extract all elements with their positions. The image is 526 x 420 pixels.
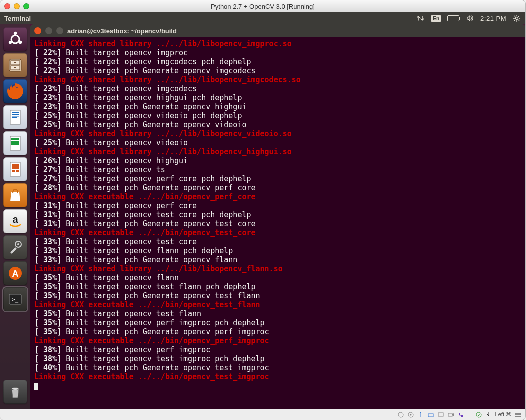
svg-rect-29 bbox=[14, 141, 17, 143]
host-window-title: Python 2.7 + OpenCV 3.0 [Running] bbox=[0, 3, 526, 10]
launcher-dash[interactable] bbox=[4, 27, 28, 51]
svg-point-40 bbox=[18, 243, 20, 245]
svg-point-10 bbox=[14, 32, 17, 35]
svg-line-8 bbox=[518, 16, 520, 17]
gear-icon[interactable] bbox=[512, 14, 522, 23]
terminal-maximize-button[interactable] bbox=[56, 27, 64, 34]
launcher-software-center[interactable] bbox=[4, 183, 28, 207]
terminal-line: [ 33%] Built target opencv_flann_pch_dep… bbox=[34, 246, 522, 255]
svg-rect-22 bbox=[12, 116, 19, 117]
svg-rect-58 bbox=[515, 416, 521, 417]
terminal-line: Linking CXX executable ../../bin/opencv_… bbox=[34, 192, 522, 201]
wrench-gear-icon bbox=[6, 237, 26, 257]
terminal-line: [ 25%] Built target pch_Generate_opencv_… bbox=[34, 120, 522, 129]
network-icon[interactable] bbox=[416, 14, 425, 23]
launcher-trash[interactable] bbox=[4, 380, 28, 404]
terminal-output[interactable]: Linking CXX shared library ../../lib/lib… bbox=[30, 37, 526, 409]
terminal-line: Linking CXX shared library ../../lib/lib… bbox=[34, 75, 522, 84]
terminal-line: [ 35%] Built target pch_Generate_opencv_… bbox=[34, 291, 522, 300]
ubuntu-logo-icon bbox=[5, 29, 26, 50]
terminal-line: [ 26%] Built target opencv_highgui bbox=[34, 156, 522, 165]
terminal-line: [ 35%] Built target opencv_perf_imgproc_… bbox=[34, 318, 522, 327]
launcher-files[interactable] bbox=[4, 53, 28, 77]
close-icon[interactable] bbox=[4, 3, 10, 9]
terminal-line: [ 23%] Built target opencv_highgui_pch_d… bbox=[34, 93, 522, 102]
terminal-titlebar[interactable]: adrian@cv3testbox: ~/opencv/build bbox=[30, 24, 526, 37]
statusbar-video-icon[interactable] bbox=[448, 411, 454, 418]
statusbar-mouse-integration-icon[interactable] bbox=[476, 411, 482, 418]
launcher-impress[interactable] bbox=[4, 157, 28, 181]
update-letter-icon: A bbox=[6, 263, 26, 283]
minimize-icon[interactable] bbox=[14, 3, 20, 9]
terminal-line: Linking CXX executable ../../bin/opencv_… bbox=[34, 336, 522, 345]
zoom-icon[interactable] bbox=[24, 3, 30, 9]
unity-launcher: a A bbox=[0, 24, 30, 409]
terminal-line: [ 35%] Built target opencv_flann bbox=[34, 273, 522, 282]
statusbar-disc-icon[interactable] bbox=[408, 411, 414, 418]
panel-app-name[interactable]: Terminal bbox=[4, 15, 31, 22]
terminal-line: [ 27%] Built target opencv_ts bbox=[34, 165, 522, 174]
host-window: Python 2.7 + OpenCV 3.0 [Running] Termin… bbox=[0, 0, 526, 420]
keyboard-layout-indicator[interactable]: En bbox=[431, 15, 442, 22]
launcher-calc[interactable] bbox=[4, 131, 28, 155]
statusbar-usb-icon[interactable] bbox=[418, 411, 424, 418]
statusbar-hostkey-label: Left ⌘ bbox=[496, 411, 512, 418]
firefox-icon bbox=[4, 80, 26, 102]
svg-rect-49 bbox=[428, 414, 434, 417]
cursor-icon bbox=[34, 383, 38, 390]
file-cabinet-icon bbox=[6, 55, 26, 75]
svg-rect-17 bbox=[14, 67, 16, 68]
svg-line-5 bbox=[514, 16, 516, 17]
terminal-line: [ 23%] Built target pch_Generate_opencv_… bbox=[34, 102, 522, 111]
svg-rect-27 bbox=[18, 138, 20, 140]
svg-text:>_: >_ bbox=[12, 296, 19, 303]
svg-rect-21 bbox=[12, 114, 19, 115]
launcher-terminal[interactable]: >_ bbox=[4, 287, 28, 311]
terminal-line: [ 22%] Built target pch_Generate_opencv_… bbox=[34, 66, 522, 75]
svg-rect-50 bbox=[438, 413, 444, 416]
terminal-minimize-button[interactable] bbox=[46, 27, 52, 34]
statusbar-display-icon[interactable] bbox=[438, 411, 444, 418]
svg-rect-37 bbox=[16, 170, 19, 172]
terminal-line: [ 27%] Built target opencv_perf_core_pch… bbox=[34, 174, 522, 183]
statusbar-hdd-icon[interactable] bbox=[398, 411, 404, 418]
launcher-writer[interactable] bbox=[4, 105, 28, 129]
shopping-bag-icon bbox=[6, 185, 26, 205]
statusbar-hostkey-icon[interactable] bbox=[486, 411, 492, 418]
svg-rect-36 bbox=[12, 170, 15, 172]
volume-icon[interactable] bbox=[466, 14, 474, 23]
svg-rect-28 bbox=[12, 141, 14, 143]
svg-rect-55 bbox=[487, 417, 491, 417]
launcher-software-updater[interactable]: A bbox=[4, 261, 28, 285]
statusbar-shared-folder-icon[interactable] bbox=[428, 411, 434, 418]
spreadsheet-icon bbox=[6, 133, 26, 153]
launcher-settings[interactable] bbox=[4, 235, 28, 259]
svg-point-11 bbox=[19, 41, 22, 44]
svg-rect-51 bbox=[448, 413, 452, 416]
terminal-line: [ 35%] Built target opencv_test_flann_pc… bbox=[34, 282, 522, 291]
terminal-line: [ 38%] Built target opencv_test_imgproc_… bbox=[34, 354, 522, 363]
svg-rect-20 bbox=[12, 112, 19, 113]
svg-rect-26 bbox=[14, 138, 17, 140]
ubuntu-panel: Terminal En 2:21 PM bbox=[0, 12, 526, 24]
terminal-line: [ 22%] Built target opencv_imgcodecs_pch… bbox=[34, 57, 522, 66]
svg-rect-57 bbox=[515, 414, 521, 415]
launcher-firefox[interactable] bbox=[4, 79, 28, 103]
statusbar-menu-icon[interactable] bbox=[514, 411, 522, 418]
svg-rect-33 bbox=[18, 143, 20, 145]
terminal-title: adrian@cv3testbox: ~/opencv/build bbox=[68, 27, 177, 35]
launcher-amazon[interactable]: a bbox=[4, 209, 28, 233]
svg-rect-32 bbox=[14, 143, 17, 145]
svg-line-7 bbox=[514, 20, 516, 21]
terminal-line: [ 22%] Built target opencv_imgproc bbox=[34, 48, 522, 57]
battery-icon[interactable] bbox=[448, 15, 460, 21]
svg-line-6 bbox=[518, 20, 520, 21]
svg-rect-31 bbox=[12, 143, 14, 145]
panel-clock[interactable]: 2:21 PM bbox=[480, 15, 506, 22]
statusbar-network-icon[interactable] bbox=[458, 411, 464, 418]
host-titlebar[interactable]: Python 2.7 + OpenCV 3.0 [Running] bbox=[0, 0, 526, 12]
terminal-close-button[interactable] bbox=[34, 27, 42, 34]
terminal-line: Linking CXX shared library ../../lib/lib… bbox=[34, 129, 522, 138]
terminal-line: [ 25%] Built target opencv_videoio bbox=[34, 138, 522, 147]
terminal-line: Linking CXX shared library ../../lib/lib… bbox=[34, 264, 522, 273]
